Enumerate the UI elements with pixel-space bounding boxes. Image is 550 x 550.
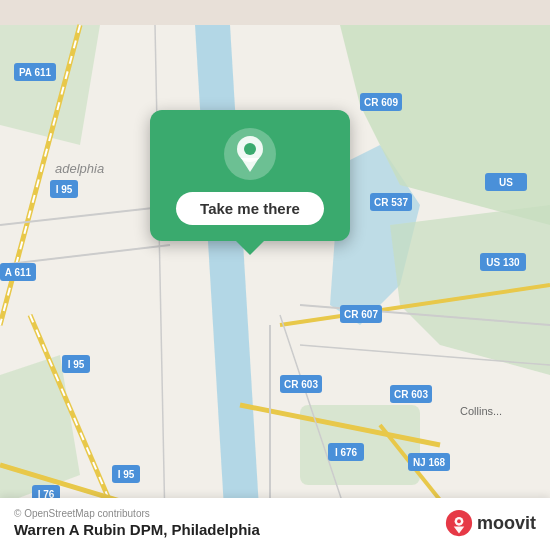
moovit-brand-icon	[445, 509, 473, 537]
svg-point-60	[457, 519, 461, 523]
svg-text:NJ 168: NJ 168	[413, 457, 446, 468]
bottom-left: © OpenStreetMap contributors Warren A Ru…	[14, 508, 260, 538]
copyright-text: © OpenStreetMap contributors	[14, 508, 260, 519]
moovit-logo: moovit	[445, 509, 536, 537]
svg-point-56	[244, 143, 256, 155]
map-background: PA 611 I 95 I 95 I 95 I 76 I 676 CR 609 …	[0, 0, 550, 550]
take-me-there-button[interactable]: Take me there	[176, 192, 324, 225]
svg-text:CR 603: CR 603	[284, 379, 318, 390]
svg-text:I 95: I 95	[56, 184, 73, 195]
svg-text:CR 607: CR 607	[344, 309, 378, 320]
svg-text:US 130: US 130	[486, 257, 520, 268]
svg-text:CR 609: CR 609	[364, 97, 398, 108]
location-pin-icon	[235, 136, 265, 172]
svg-text:I 676: I 676	[335, 447, 358, 458]
svg-text:CR 603: CR 603	[394, 389, 428, 400]
popup-card: Take me there	[150, 110, 350, 241]
map-container: PA 611 I 95 I 95 I 95 I 76 I 676 CR 609 …	[0, 0, 550, 550]
svg-text:adelphia: adelphia	[55, 161, 104, 176]
svg-text:CR 537: CR 537	[374, 197, 408, 208]
svg-text:Collins...: Collins...	[460, 405, 502, 417]
location-name: Warren A Rubin DPM, Philadelphia	[14, 521, 260, 538]
moovit-brand-text: moovit	[477, 513, 536, 534]
svg-text:I 95: I 95	[118, 469, 135, 480]
svg-text:PA 611: PA 611	[19, 67, 52, 78]
svg-text:I 95: I 95	[68, 359, 85, 370]
svg-marker-57	[241, 158, 259, 172]
svg-text:US: US	[499, 177, 513, 188]
location-icon-circle	[224, 128, 276, 180]
svg-text:A 611: A 611	[5, 267, 32, 278]
bottom-bar: © OpenStreetMap contributors Warren A Ru…	[0, 498, 550, 550]
